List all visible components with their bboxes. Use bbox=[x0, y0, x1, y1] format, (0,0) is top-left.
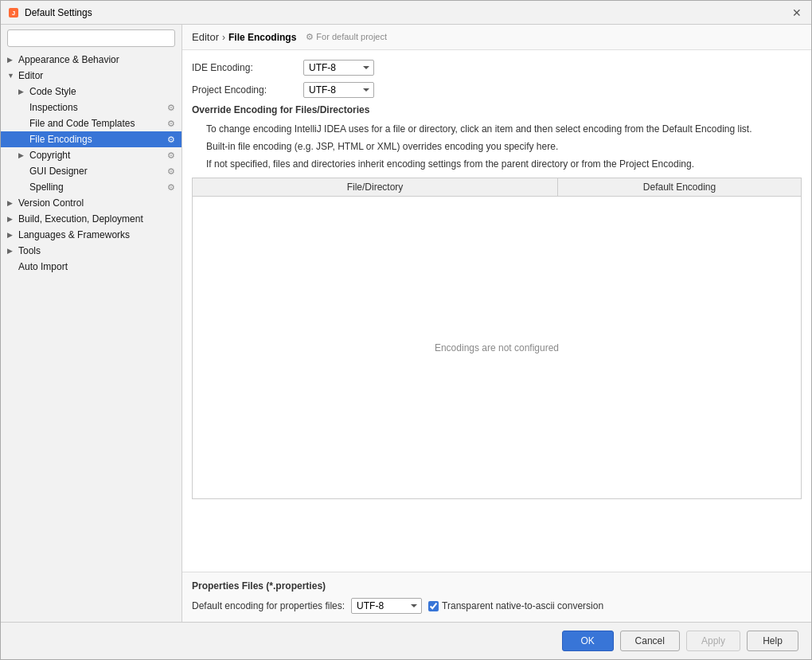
props-encoding-label: Default encoding for properties files: bbox=[192, 600, 345, 611]
svg-text:J: J bbox=[12, 10, 15, 17]
project-encoding-label: Project Encoding: bbox=[192, 84, 303, 96]
ide-encoding-label: IDE Encoding: bbox=[192, 62, 303, 73]
help-button[interactable]: Help bbox=[747, 631, 798, 651]
sidebar-item-label: Inspections bbox=[29, 102, 164, 113]
breadcrumb-current: File Encodings bbox=[228, 32, 296, 43]
table-empty-text: Encodings are not configured bbox=[435, 342, 559, 353]
project-encoding-select[interactable]: UTF-8 UTF-16 ISO-8859-1 bbox=[303, 82, 374, 98]
sidebar-item-copyright[interactable]: ▶Copyright⚙ bbox=[1, 147, 182, 163]
arrow-icon: ▶ bbox=[7, 215, 18, 223]
gear-icon: ⚙ bbox=[167, 103, 175, 113]
arrow-icon: ▼ bbox=[7, 72, 18, 80]
close-button[interactable]: ✕ bbox=[789, 5, 805, 21]
table-empty-row: Encodings are not configured bbox=[193, 197, 802, 499]
search-input[interactable] bbox=[7, 29, 175, 47]
gear-icon: ⚙ bbox=[167, 150, 175, 161]
file-directory-table: File/Directory Default Encoding Encoding… bbox=[192, 178, 802, 499]
gear-icon: ⚙ bbox=[167, 166, 175, 177]
sidebar-item-spelling[interactable]: Spelling⚙ bbox=[1, 179, 182, 195]
sidebar-item-label: Spelling bbox=[29, 182, 164, 193]
sidebar-item-version-control[interactable]: ▶Version Control bbox=[1, 195, 182, 211]
arrow-icon: ▶ bbox=[7, 247, 18, 255]
sidebar-item-label: Copyright bbox=[29, 150, 164, 161]
project-encoding-row: Project Encoding: UTF-8 UTF-16 ISO-8859-… bbox=[192, 82, 802, 98]
ok-button[interactable]: OK bbox=[562, 631, 614, 651]
main-content: ▶Appearance & Behavior▼Editor▶Code Style… bbox=[1, 25, 811, 622]
window-title: Default Settings bbox=[25, 7, 789, 18]
arrow-icon: ▶ bbox=[7, 199, 18, 207]
sidebar-item-gui-designer[interactable]: GUI Designer⚙ bbox=[1, 163, 182, 179]
sidebar-item-tools[interactable]: ▶Tools bbox=[1, 243, 182, 259]
override-note-1: To change encoding IntelliJ IDEA uses fo… bbox=[198, 122, 802, 136]
sidebar-item-file-encodings[interactable]: File Encodings⚙ bbox=[1, 131, 182, 147]
cancel-button[interactable]: Cancel bbox=[620, 631, 680, 651]
arrow-icon: ▶ bbox=[18, 88, 29, 96]
sidebar-item-file-and-code-templates[interactable]: File and Code Templates⚙ bbox=[1, 115, 182, 131]
sidebar-item-label: File and Code Templates bbox=[29, 118, 164, 129]
gear-icon: ⚙ bbox=[167, 119, 175, 129]
props-title: Properties Files (*.properties) bbox=[192, 580, 802, 592]
native-ascii-label[interactable]: Transparent native-to-ascii conversion bbox=[442, 600, 603, 611]
sidebar-item-label: Editor bbox=[18, 70, 175, 81]
sidebar-item-code-style[interactable]: ▶Code Style bbox=[1, 84, 182, 100]
table-col-file: File/Directory bbox=[193, 178, 558, 197]
breadcrumb-sep: › bbox=[222, 32, 225, 43]
props-row: Default encoding for properties files: U… bbox=[192, 598, 802, 614]
sidebar-tree: ▶Appearance & Behavior▼Editor▶Code Style… bbox=[1, 52, 182, 622]
gear-icon: ⚙ bbox=[167, 182, 175, 193]
footer: OK Cancel Apply Help bbox=[1, 622, 811, 659]
sidebar-item-label: Build, Execution, Deployment bbox=[18, 213, 175, 225]
override-note-3: If not specified, files and directories … bbox=[198, 157, 802, 171]
panel-body: IDE Encoding: UTF-8 UTF-16 ISO-8859-1 Pr… bbox=[182, 50, 811, 572]
title-bar: J Default Settings ✕ bbox=[1, 1, 811, 25]
sidebar-item-appearance-behavior[interactable]: ▶Appearance & Behavior bbox=[1, 52, 182, 68]
sidebar-item-label: Appearance & Behavior bbox=[18, 54, 175, 65]
gear-icon: ⚙ bbox=[167, 135, 175, 145]
sidebar-item-editor[interactable]: ▼Editor bbox=[1, 68, 182, 84]
for-default-project: ⚙ For default project bbox=[306, 32, 387, 42]
table-col-encoding: Default Encoding bbox=[558, 178, 802, 197]
sidebar-item-label: Tools bbox=[18, 245, 175, 256]
app-icon: J bbox=[7, 6, 20, 19]
sidebar-item-languages-frameworks[interactable]: ▶Languages & Frameworks bbox=[1, 227, 182, 243]
ide-encoding-row: IDE Encoding: UTF-8 UTF-16 ISO-8859-1 bbox=[192, 60, 802, 76]
sidebar-item-auto-import[interactable]: Auto Import bbox=[1, 259, 182, 275]
checkbox-wrap: Transparent native-to-ascii conversion bbox=[428, 600, 603, 611]
apply-button[interactable]: Apply bbox=[686, 631, 740, 651]
right-panel: Editor › File Encodings ⚙ For default pr… bbox=[182, 25, 811, 622]
panel-header: Editor › File Encodings ⚙ For default pr… bbox=[182, 25, 811, 50]
sidebar-item-label: Code Style bbox=[29, 86, 175, 97]
override-note-2-wrap: Built-in file encoding (e.g. JSP, HTML o… bbox=[198, 139, 802, 171]
ide-encoding-select[interactable]: UTF-8 UTF-16 ISO-8859-1 bbox=[303, 60, 374, 76]
table-empty-cell: Encodings are not configured bbox=[193, 197, 802, 499]
override-note-2: Built-in file encoding (e.g. JSP, HTML o… bbox=[198, 139, 802, 154]
props-encoding-select[interactable]: UTF-8 UTF-16 ISO-8859-1 bbox=[351, 598, 422, 614]
sidebar-item-label: Languages & Frameworks bbox=[18, 229, 175, 240]
sidebar-item-label: Version Control bbox=[18, 197, 175, 209]
sidebar-item-label: Auto Import bbox=[18, 261, 175, 272]
properties-section: Properties Files (*.properties) Default … bbox=[182, 572, 811, 622]
sidebar-item-build-execution-deployment[interactable]: ▶Build, Execution, Deployment bbox=[1, 211, 182, 227]
arrow-icon: ▶ bbox=[18, 151, 29, 159]
sidebar: ▶Appearance & Behavior▼Editor▶Code Style… bbox=[1, 25, 182, 622]
arrow-icon: ▶ bbox=[7, 231, 18, 239]
sidebar-item-label: File Encodings bbox=[29, 134, 164, 145]
override-section-title: Override Encoding for Files/Directories bbox=[192, 104, 802, 115]
arrow-icon: ▶ bbox=[7, 56, 18, 64]
breadcrumb-editor: Editor bbox=[192, 31, 219, 43]
sidebar-item-label: GUI Designer bbox=[29, 166, 164, 177]
native-ascii-checkbox[interactable] bbox=[428, 601, 439, 611]
settings-window: J Default Settings ✕ ▶Appearance & Behav… bbox=[0, 0, 812, 660]
sidebar-item-inspections[interactable]: Inspections⚙ bbox=[1, 100, 182, 115]
